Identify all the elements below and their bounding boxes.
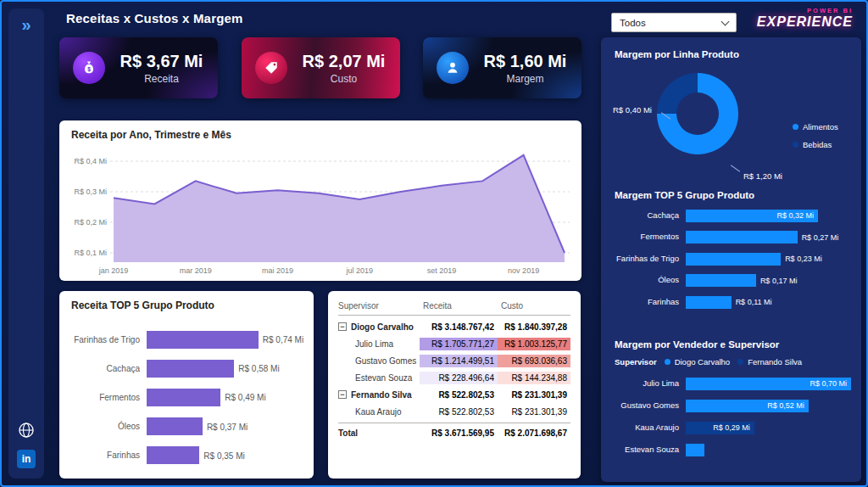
bar-track: R$ 0,27 Mi	[686, 229, 851, 246]
donut-label-bebidas: R$ 0,40 Mi	[613, 105, 652, 115]
bar-track: R$ 0,23 Mi	[686, 250, 851, 267]
bar-category-label: Farinhas de Trigo	[66, 335, 147, 344]
collapse-icon[interactable]: −	[338, 390, 347, 399]
margin-seller-row: Kaua AraujoR$ 0,29 Mi	[611, 419, 851, 436]
margin-top5-bar[interactable]	[686, 274, 756, 287]
margin-panel: Margem por Linha Produto R$ 0,40 Mi R$ 1…	[601, 37, 861, 482]
expand-sidebar-icon[interactable]: »	[8, 15, 44, 35]
bar-category-label: Cachaça	[611, 211, 686, 220]
margin-top5-bar[interactable]	[686, 253, 781, 266]
supervisor-name-cell: Julio Lima	[338, 339, 420, 349]
margin-top5-bar[interactable]	[686, 231, 798, 244]
bar-value-label: R$ 0,70 Mi	[810, 379, 847, 388]
svg-text:mai 2019: mai 2019	[262, 266, 293, 275]
legend-title: Supervisor	[615, 357, 657, 367]
collapse-icon[interactable]: −	[338, 322, 347, 331]
column-header-receita[interactable]: Receita	[420, 301, 498, 311]
table-row-detail[interactable]: Gustavo GomesR$ 1.214.499,51R$ 693.036,6…	[338, 352, 570, 369]
brand-logo: POWER BI EXPERIENCE	[757, 7, 853, 30]
revenue-top5-bar[interactable]	[147, 446, 199, 464]
table-row-total[interactable]: TotalR$ 3.671.569,95R$ 2.071.698,67	[338, 423, 570, 442]
supervisor-table-card: Supervisor Receita Custo −Diogo Carvalho…	[328, 291, 581, 479]
table-row-group[interactable]: −Diogo CarvalhoR$ 3.148.767,42R$ 1.840.3…	[338, 318, 570, 335]
bar-value-label: R$ 0,11 Mi	[736, 298, 772, 306]
margin-top5-bars: CachaçaR$ 0,32 MiFermentosR$ 0,27 MiFari…	[611, 207, 851, 311]
revenue-top5-bar[interactable]	[147, 389, 220, 406]
svg-text:R$ 0,2 Mi: R$ 0,2 Mi	[74, 218, 107, 227]
svg-text:R$ 0,4 Mi: R$ 0,4 Mi	[74, 157, 107, 165]
bar-category-label: Gustavo Gomes	[611, 401, 686, 410]
margin-donut-chart: R$ 0,40 Mi R$ 1,20 Mi AlimentosBebidas	[601, 68, 861, 187]
filter-dropdown[interactable]: Todos	[611, 13, 737, 32]
linkedin-icon[interactable]: in	[17, 450, 36, 468]
chevron-down-icon	[721, 17, 730, 25]
margin-seller-row: Estevan Souza	[611, 441, 851, 458]
bar-track: R$ 0,32 Mi	[686, 207, 851, 224]
kpi-card-receita: $ R$ 3,67 Mi Receita	[59, 37, 218, 98]
bar-track: R$ 0,17 Mi	[686, 272, 851, 289]
brand-logo-top: POWER BI	[757, 7, 853, 14]
margin-top5-bar[interactable]: R$ 0,32 Mi	[686, 210, 818, 222]
margin-seller-bar[interactable]: R$ 0,29 Mi	[686, 422, 754, 434]
price-tag-svg	[264, 60, 279, 76]
bar-value-label: R$ 0,35 Mi	[203, 451, 244, 460]
margin-top5-bar[interactable]	[686, 296, 732, 309]
margin-seller-bar[interactable]: R$ 0,70 Mi	[686, 378, 851, 390]
margin-seller-bar[interactable]	[686, 444, 704, 456]
kpi-label: Custo	[298, 73, 390, 85]
bar-value-label: R$ 0,27 Mi	[802, 233, 839, 242]
margin-top5-row: FarinhasR$ 0,11 Mi	[611, 294, 851, 311]
bar-value-label: R$ 0,29 Mi	[713, 423, 750, 432]
legend-item[interactable]: Bebidas	[793, 140, 838, 149]
table-row-detail[interactable]: Kaua AraujoR$ 522.802,53R$ 231.301,39	[338, 403, 570, 420]
bar-category-label: Farinhas	[66, 451, 147, 460]
bar-value-label: R$ 0,37 Mi	[207, 422, 248, 431]
revenue-top5-bar[interactable]	[147, 360, 234, 378]
column-header-supervisor[interactable]: Supervisor	[338, 301, 420, 311]
legend-item[interactable]: Fernando Silva	[737, 357, 802, 367]
bar-value-label: R$ 0,74 Mi	[263, 335, 303, 344]
bar-category-label: Óleos	[66, 422, 147, 431]
legend-item[interactable]: Alimentos	[793, 122, 838, 132]
brand-logo-main: EXPERIENCE	[757, 14, 853, 30]
bar-category-label: Kaua Araujo	[611, 423, 686, 432]
chart-title: Margem por Vendedor e Supervisor	[615, 339, 779, 350]
revenue-top5-row: ÓleosR$ 0,37 Mi	[66, 417, 305, 436]
revenue-top5-row: FarinhasR$ 0,35 Mi	[66, 446, 305, 465]
bar-category-label: Cachaça	[66, 364, 147, 373]
revenue-top5-bar[interactable]	[147, 331, 259, 349]
margin-seller-row: Gustavo GomesR$ 0,52 Mi	[611, 397, 851, 414]
legend-dot	[793, 124, 798, 130]
margin-top5-row: FermentosR$ 0,27 Mi	[611, 229, 851, 246]
table-row-detail[interactable]: Julio LimaR$ 1.705.771,27R$ 1.003.125,77	[338, 335, 570, 352]
kpi-label: Receita	[115, 73, 208, 85]
table-row-detail[interactable]: Estevan SouzaR$ 228.496,64R$ 144.234,88	[338, 369, 570, 386]
margin-seller-bar[interactable]: R$ 0,52 Mi	[686, 400, 809, 412]
table-header: Supervisor Receita Custo	[328, 291, 581, 315]
kpi-text: R$ 3,67 Mi Receita	[115, 52, 218, 85]
bar-track: R$ 0,58 Mi	[147, 359, 305, 378]
margin-donut[interactable]	[657, 73, 738, 154]
callout-line	[731, 165, 740, 171]
globe-icon[interactable]	[17, 421, 36, 439]
money-bag-icon: $	[73, 52, 105, 84]
bar-category-label: Óleos	[611, 276, 686, 284]
globe-svg	[18, 422, 35, 439]
legend-dot	[737, 359, 743, 365]
kpi-text: R$ 2,07 Mi Custo	[298, 52, 400, 85]
revenue-top5-bar[interactable]	[147, 417, 203, 435]
bar-track: R$ 0,52 Mi	[686, 397, 851, 414]
revenue-trend-plot[interactable]: R$ 0,4 MiR$ 0,3 MiR$ 0,2 MiR$ 0,1 Mijan …	[64, 149, 576, 276]
bar-category-label: Julio Lima	[611, 379, 686, 388]
chart-title: Receita por Ano, Trimestre e Mês	[59, 120, 581, 141]
legend-item[interactable]: Diogo Carvalho	[665, 357, 730, 367]
revenue-top5-card: Receita TOP 5 Grupo Produto Farinhas de …	[59, 291, 314, 479]
table-row-group[interactable]: −Fernando SilvaR$ 522.802,53R$ 231.301,3…	[338, 386, 570, 403]
revenue-top5-bars: Farinhas de TrigoR$ 0,74 MiCachaçaR$ 0,5…	[66, 325, 305, 470]
person-icon	[437, 52, 469, 84]
custo-cell: R$ 1.003.125,77	[498, 338, 570, 350]
sidebar-footer: in	[8, 421, 44, 468]
margin-top5-row: CachaçaR$ 0,32 Mi	[611, 207, 851, 224]
column-header-custo[interactable]: Custo	[498, 301, 570, 311]
kpi-card-margem: R$ 1,60 Mi Margem	[423, 37, 581, 98]
